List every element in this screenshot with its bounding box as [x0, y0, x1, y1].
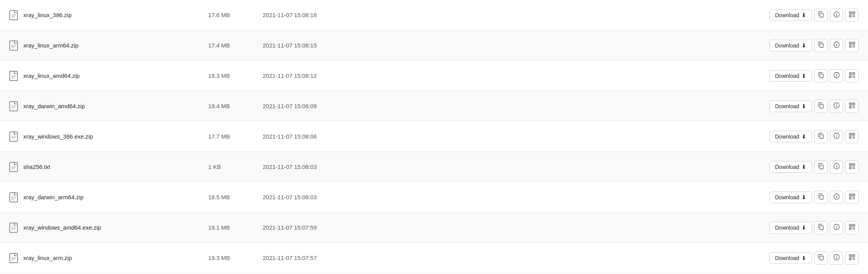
info-icon: i [833, 254, 840, 262]
copy-link-button[interactable] [814, 100, 828, 113]
download-button[interactable]: Download⬇ [769, 222, 812, 234]
qr-code-button[interactable] [845, 39, 859, 52]
info-button[interactable]: i [830, 130, 843, 143]
download-icon: ⬇ [802, 255, 806, 261]
svg-rect-90 [852, 104, 852, 105]
file-actions: Download⬇ i [769, 160, 859, 174]
info-button[interactable]: i [830, 251, 843, 265]
info-button[interactable]: i [830, 39, 843, 52]
qr-code-button[interactable] [845, 130, 859, 143]
download-button[interactable]: Download⬇ [769, 70, 812, 82]
svg-text:i: i [836, 104, 837, 108]
download-button[interactable]: Download⬇ [769, 131, 812, 142]
svg-rect-60 [850, 77, 851, 77]
svg-rect-184 [854, 229, 855, 230]
svg-rect-46 [853, 44, 854, 45]
svg-rect-160 [854, 198, 855, 199]
svg-rect-115 [852, 135, 852, 136]
svg-rect-116 [849, 135, 850, 136]
svg-rect-69 [851, 75, 851, 76]
qr-code-button[interactable] [845, 251, 859, 265]
svg-rect-110 [854, 137, 855, 137]
svg-rect-136 [854, 168, 855, 169]
file-name: xray_linux_amd64.zip [22, 72, 208, 79]
download-button[interactable]: Download⬇ [769, 100, 812, 112]
download-button[interactable]: Download⬇ [769, 252, 812, 264]
copy-link-button[interactable] [814, 221, 828, 234]
svg-rect-180 [850, 228, 851, 229]
info-button[interactable]: i [830, 69, 843, 83]
copy-link-button[interactable] [814, 251, 828, 265]
svg-rect-18 [852, 13, 852, 14]
svg-rect-94 [853, 105, 854, 106]
svg-rect-144 [10, 193, 17, 202]
copy-link-button[interactable] [814, 191, 828, 204]
download-button[interactable]: Download⬇ [769, 161, 812, 173]
svg-rect-24 [10, 41, 17, 50]
qr-code-button[interactable] [845, 160, 859, 174]
download-icon: ⬇ [802, 103, 806, 109]
file-date: 2021-11-07 15:08:06 [263, 133, 769, 140]
svg-rect-16 [854, 16, 855, 17]
download-button[interactable]: Download⬇ [769, 9, 812, 21]
copy-link-button[interactable] [814, 39, 828, 52]
qr-code-button[interactable] [845, 9, 859, 22]
svg-rect-182 [854, 228, 855, 228]
svg-rect-70 [853, 75, 854, 76]
download-icon: ⬇ [802, 42, 806, 49]
svg-rect-161 [852, 194, 852, 195]
file-name: xray_linux_arm64.zip [22, 42, 208, 49]
info-button[interactable]: i [830, 191, 843, 204]
info-button[interactable]: i [830, 160, 843, 174]
download-label: Download [775, 12, 799, 18]
copy-link-button[interactable] [814, 160, 828, 174]
svg-rect-128 [850, 164, 851, 165]
file-icon [9, 40, 22, 51]
table-row: xray_linux_386.zip17.6 MB2021-11-07 15:0… [0, 0, 868, 30]
svg-rect-43 [852, 44, 852, 45]
table-row: xray_darwin_arm64.zip18.5 MB2021-11-07 1… [0, 182, 868, 213]
svg-rect-187 [852, 227, 852, 227]
file-date: 2021-11-07 15:08:12 [263, 72, 769, 79]
svg-rect-84 [850, 107, 851, 108]
svg-rect-37 [853, 46, 854, 46]
info-icon: i [833, 11, 840, 19]
copy-link-button[interactable] [814, 130, 828, 143]
svg-rect-68 [849, 75, 850, 76]
copy-icon [818, 102, 824, 110]
info-button[interactable]: i [830, 100, 843, 113]
copy-link-button[interactable] [814, 69, 828, 83]
qr-icon [849, 193, 855, 201]
svg-rect-23 [854, 14, 855, 15]
copy-icon [818, 163, 824, 170]
svg-rect-93 [851, 105, 851, 106]
file-actions: Download⬇ i [769, 39, 859, 52]
file-date: 2021-11-07 15:07:57 [263, 255, 769, 261]
svg-rect-62 [854, 76, 855, 77]
qr-code-button[interactable] [845, 69, 859, 83]
svg-rect-209 [852, 255, 852, 255]
download-button[interactable]: Download⬇ [769, 40, 812, 51]
file-date: 2021-11-07 15:08:18 [263, 12, 769, 18]
download-button[interactable]: Download⬇ [769, 191, 812, 203]
qr-icon [849, 102, 855, 110]
file-date: 2021-11-07 15:08:09 [263, 103, 769, 109]
qr-code-button[interactable] [845, 221, 859, 234]
download-label: Download [775, 73, 799, 79]
qr-code-button[interactable] [845, 100, 859, 113]
svg-rect-58 [854, 73, 854, 74]
info-button[interactable]: i [830, 221, 843, 234]
info-button[interactable]: i [830, 9, 843, 22]
svg-rect-63 [853, 77, 854, 78]
file-size: 19.3 MB [208, 255, 263, 261]
copy-link-button[interactable] [814, 9, 828, 22]
file-icon [9, 71, 22, 81]
file-size: 18.5 MB [208, 194, 263, 200]
qr-code-button[interactable] [845, 191, 859, 204]
file-icon [9, 192, 22, 202]
svg-rect-206 [854, 258, 855, 259]
file-date: 2021-11-07 15:08:03 [263, 194, 769, 200]
file-icon [9, 223, 22, 233]
svg-rect-104 [850, 134, 851, 135]
svg-rect-188 [849, 227, 850, 227]
